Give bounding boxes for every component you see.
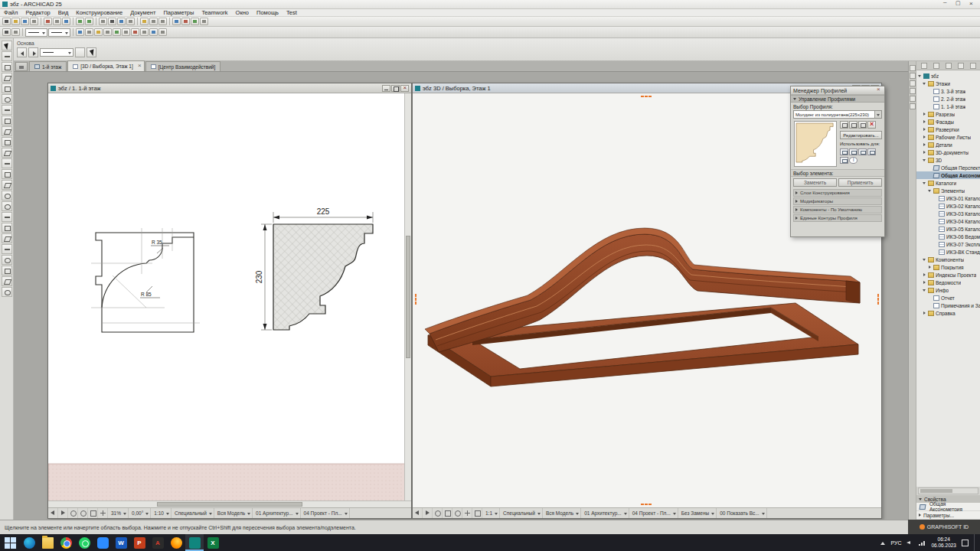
tree-item-report[interactable]: Отчет bbox=[916, 294, 980, 302]
tree-item-3d-documents[interactable]: 3D-документы bbox=[916, 148, 980, 156]
view-combo[interactable] bbox=[40, 48, 74, 57]
tree-item-ike05[interactable]: ИКЭ-05 Каталог Объе bbox=[916, 225, 980, 233]
help-icon[interactable] bbox=[200, 18, 208, 25]
menu-design[interactable]: Конструирование bbox=[72, 9, 126, 16]
tool-fill[interactable] bbox=[2, 233, 12, 243]
pen-set[interactable]: 01 Архитектур... bbox=[253, 508, 301, 519]
zoom-in-icon[interactable] bbox=[78, 508, 88, 518]
cut-icon[interactable] bbox=[44, 18, 52, 25]
menu-teamwork[interactable]: Teamwork bbox=[198, 9, 231, 16]
tree-item-schedules[interactable]: Каталоги bbox=[916, 179, 980, 187]
tree-item-ikevk[interactable]: ИКЭ-ВК Стандартный bbox=[916, 248, 980, 256]
teamwork-icon[interactable] bbox=[191, 18, 199, 25]
taskbar-excel[interactable]: X bbox=[204, 534, 222, 551]
new-tab-button[interactable] bbox=[15, 62, 28, 71]
menu-file[interactable]: Файл bbox=[0, 9, 21, 16]
orientation-angle[interactable]: 0,00° bbox=[129, 508, 151, 519]
tool-line[interactable] bbox=[2, 244, 12, 254]
tool-beam[interactable] bbox=[2, 105, 12, 115]
replace-button[interactable]: Заменить bbox=[793, 178, 837, 187]
window-maximize-icon[interactable] bbox=[391, 85, 400, 92]
tree-item-info[interactable]: Инфо bbox=[916, 286, 980, 294]
profile-select-combo[interactable]: Молдинг из полиуретана(225х230) bbox=[793, 110, 882, 119]
marquee-icon[interactable] bbox=[11, 28, 20, 36]
start-button[interactable] bbox=[0, 534, 20, 551]
redo-icon[interactable] bbox=[85, 18, 93, 25]
layers-icon[interactable] bbox=[117, 18, 126, 25]
use-for-beam-icon[interactable] bbox=[849, 148, 858, 155]
taskbar-chrome[interactable] bbox=[57, 534, 75, 551]
grid-icon[interactable] bbox=[126, 18, 135, 25]
tree-item-axonometry[interactable]: Общая Аксонометрия bbox=[916, 171, 980, 179]
profile-hatched-figure[interactable]: 225 230 bbox=[255, 207, 373, 330]
publisher-icon[interactable] bbox=[910, 96, 916, 102]
taskbar-archicad[interactable] bbox=[185, 534, 204, 551]
layouts-icon[interactable] bbox=[910, 88, 916, 94]
forward-icon[interactable] bbox=[28, 47, 38, 57]
taskbar-whatsapp[interactable] bbox=[75, 534, 93, 551]
taskbar-zoom[interactable] bbox=[93, 534, 112, 551]
project-icon[interactable] bbox=[921, 63, 927, 69]
forward-icon[interactable] bbox=[423, 508, 433, 518]
layer-combo-icon[interactable] bbox=[85, 28, 93, 36]
window-close-icon[interactable] bbox=[400, 85, 409, 92]
palette-title-bar[interactable]: Менеджер Профилей bbox=[791, 86, 884, 95]
taskbar-explorer[interactable] bbox=[38, 534, 57, 551]
floor-plan-window[interactable]: эбz / 1. 1-й этаж bbox=[47, 83, 412, 519]
show-desktop-button[interactable] bbox=[974, 534, 977, 551]
zoom-icon[interactable] bbox=[433, 508, 443, 518]
fit-icon[interactable] bbox=[443, 508, 452, 518]
tool-dimension[interactable] bbox=[2, 212, 12, 222]
sync-icon[interactable] bbox=[946, 63, 952, 69]
palette-close-icon[interactable] bbox=[875, 87, 882, 94]
explore-icon[interactable] bbox=[472, 508, 482, 518]
renovation-filter[interactable]: Без Замены bbox=[678, 508, 717, 519]
tool-arrow[interactable] bbox=[2, 41, 12, 51]
use-for-wall-icon[interactable] bbox=[840, 148, 848, 155]
arrow-icon[interactable] bbox=[2, 28, 11, 36]
info-icon[interactable] bbox=[849, 157, 858, 164]
fit-icon[interactable] bbox=[88, 508, 98, 518]
profile-preview[interactable] bbox=[794, 121, 837, 167]
use-for-column-icon[interactable] bbox=[858, 148, 867, 155]
bookmarks-icon[interactable] bbox=[910, 80, 916, 86]
graphisoft-id-panel[interactable]: GRAPHISOFT ID bbox=[908, 520, 980, 534]
guides-icon[interactable] bbox=[122, 28, 130, 36]
tool-object[interactable] bbox=[2, 191, 12, 201]
tree-item-project-indexes[interactable]: Индексы Проекта bbox=[916, 271, 980, 279]
pen-set[interactable]: 01 Архитектур... bbox=[581, 508, 629, 519]
project-chooser-icon[interactable] bbox=[910, 65, 916, 71]
tree-item-sections[interactable]: Разрезы bbox=[916, 110, 980, 118]
use-for-object-icon[interactable] bbox=[867, 148, 876, 155]
tree-view-icon[interactable] bbox=[933, 63, 939, 69]
zoom-out-icon[interactable] bbox=[68, 508, 78, 518]
tool-roof[interactable] bbox=[2, 126, 12, 136]
tool-wall[interactable] bbox=[2, 62, 12, 72]
minimize-button[interactable] bbox=[939, 0, 952, 8]
tree-item-ike07[interactable]: ИКЭ-07 Экспликация П bbox=[916, 240, 980, 248]
3d-scale[interactable]: 1:1 bbox=[482, 508, 500, 519]
tool-curtain-wall[interactable] bbox=[2, 180, 12, 190]
tool-mesh[interactable] bbox=[2, 137, 12, 147]
menu-test[interactable]: Test bbox=[283, 9, 301, 16]
tree-item-finishes[interactable]: Покрытия bbox=[916, 263, 980, 271]
menu-window[interactable]: Окно bbox=[232, 9, 253, 16]
tree-item-components[interactable]: Компоненты bbox=[916, 256, 980, 263]
duplicate-profile-icon[interactable] bbox=[849, 121, 858, 129]
filter-icon[interactable] bbox=[158, 28, 167, 36]
model-view-option[interactable]: Вся Модель bbox=[543, 508, 581, 519]
snap-icon[interactable] bbox=[131, 28, 139, 36]
apply-button[interactable]: Применить bbox=[838, 178, 882, 187]
edit-profile-button[interactable]: Редактировать... bbox=[840, 131, 882, 139]
properties-view-name[interactable]: Общая Аксонометрия bbox=[916, 503, 980, 511]
new-icon[interactable] bbox=[2, 18, 11, 25]
overrides[interactable]: 04 Проект - Пл... bbox=[629, 508, 678, 519]
tree-item-story2[interactable]: 2. 2-й этаж bbox=[916, 95, 980, 103]
tool-zone[interactable] bbox=[2, 169, 12, 179]
tab-floor-plan[interactable]: 1-й этаж bbox=[29, 61, 67, 71]
overrides[interactable]: 04 Проект - Пл... bbox=[301, 508, 350, 519]
tree-item-details[interactable]: Детали bbox=[916, 141, 980, 148]
tree-item-project[interactable]: эбz bbox=[916, 72, 980, 80]
paste-icon[interactable] bbox=[62, 18, 70, 25]
order-icon[interactable] bbox=[149, 28, 158, 36]
